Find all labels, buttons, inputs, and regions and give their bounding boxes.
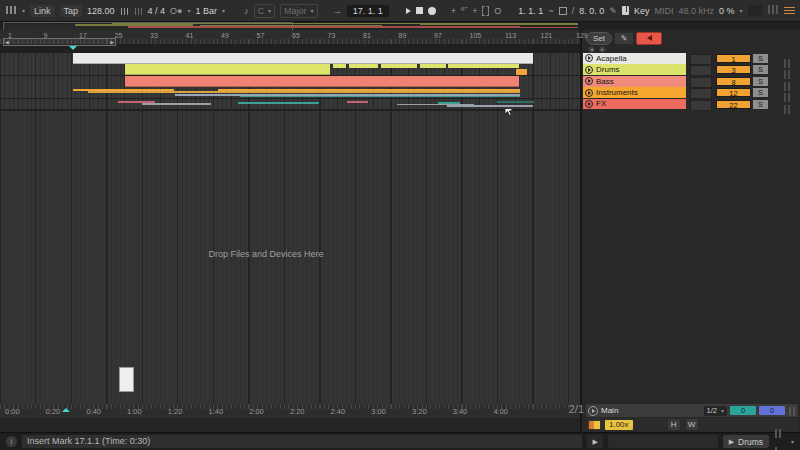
time-insert-marker-icon[interactable] xyxy=(62,408,70,412)
insert-marker-icon[interactable] xyxy=(69,46,77,50)
quantization-menu-caret-icon[interactable]: ▾ xyxy=(222,7,225,14)
track-freeze-box[interactable] xyxy=(690,88,712,99)
track-header-bass[interactable]: Bass xyxy=(583,76,686,87)
loop-start-field[interactable]: 1. 1. 1 xyxy=(518,6,543,16)
clip-instruments[interactable] xyxy=(73,89,174,91)
loop-switch-icon[interactable]: O xyxy=(494,6,501,16)
track-freeze-box[interactable] xyxy=(690,100,712,111)
set-locator-button[interactable]: Set xyxy=(586,32,612,45)
scroll-right-icon[interactable]: ▶ xyxy=(110,39,114,45)
play-button[interactable] xyxy=(406,8,411,14)
clip-acapella[interactable] xyxy=(73,53,533,64)
track-number-box[interactable]: 3 xyxy=(716,65,751,74)
quantization-menu[interactable]: 1 Bar xyxy=(196,6,218,16)
horizontal-scroll-strip[interactable] xyxy=(0,418,580,432)
main-track-row[interactable]: Main 1/2 ▾ 0 0 xyxy=(586,404,798,417)
track-header-acapella[interactable]: Acapella xyxy=(583,53,686,64)
punch-in-icon[interactable]: ~ xyxy=(548,6,553,16)
clip-drums[interactable] xyxy=(333,64,346,68)
track-fold-icon[interactable] xyxy=(585,100,593,108)
tempo-field[interactable]: 128.00 xyxy=(87,6,115,16)
clip-drums[interactable] xyxy=(381,64,417,68)
arrangement-position-field[interactable]: 17. 1. 1 xyxy=(347,5,389,17)
clip-drums[interactable] xyxy=(420,64,446,68)
loop-length-field[interactable]: 8. 0. 0 xyxy=(579,6,604,16)
clip-fx[interactable] xyxy=(238,102,319,104)
automation-arm-icon[interactable]: º˝ xyxy=(461,6,467,16)
loop-region-icon[interactable] xyxy=(559,7,567,15)
clip-drums[interactable] xyxy=(448,64,519,68)
track-freeze-box[interactable] xyxy=(690,65,712,76)
info-icon[interactable]: i xyxy=(6,436,17,447)
cpu-meter[interactable]: 0 % xyxy=(719,6,735,16)
quantization-caret-icon[interactable]: ▾ xyxy=(188,7,191,14)
clip-instruments[interactable] xyxy=(218,89,520,91)
follow-icon[interactable]: → xyxy=(333,6,342,16)
clip-fx[interactable] xyxy=(438,102,460,104)
track-number-box[interactable]: 22 xyxy=(716,100,751,109)
track-header-fx[interactable]: FX xyxy=(583,99,686,110)
overdub-icon[interactable]: + xyxy=(451,6,456,16)
track-freeze-box[interactable] xyxy=(690,54,712,65)
midi-keyboard-icon[interactable] xyxy=(622,6,629,15)
optimize-width-button[interactable]: W xyxy=(685,418,699,431)
main-play-icon[interactable] xyxy=(588,406,598,416)
key-map-button[interactable]: Key xyxy=(634,6,650,16)
record-button[interactable] xyxy=(428,7,436,15)
midi-map-button[interactable]: MIDI xyxy=(654,6,673,16)
optimize-height-button[interactable]: H xyxy=(667,418,681,431)
draw-mode-icon[interactable]: ✎ xyxy=(609,6,617,16)
track-fold-icon[interactable] xyxy=(585,89,593,97)
track-number-box[interactable]: 8 xyxy=(716,77,751,86)
scale-icon[interactable]: ♪ xyxy=(244,6,249,16)
solo-button[interactable]: S xyxy=(753,77,768,86)
clip-lane-fx[interactable] xyxy=(0,99,580,110)
clip-fx[interactable] xyxy=(142,103,211,105)
clip-fx[interactable] xyxy=(497,101,534,103)
main-volume-field[interactable]: 0 xyxy=(759,406,785,415)
solo-button[interactable]: S xyxy=(753,54,768,63)
view-selector-caret-icon[interactable]: ▾ xyxy=(22,7,25,14)
clip-drums[interactable] xyxy=(516,69,527,75)
solo-button[interactable]: S xyxy=(753,65,768,74)
nudge-up-icon[interactable] xyxy=(134,6,143,16)
capture-midi-icon[interactable] xyxy=(482,6,489,16)
track-freeze-box[interactable] xyxy=(690,77,712,88)
view-selector-icon[interactable] xyxy=(5,6,17,16)
playback-speed-field[interactable]: 1.00x xyxy=(605,420,633,430)
tempo-leader-icon[interactable] xyxy=(588,420,601,430)
track-number-box[interactable]: 12 xyxy=(716,88,751,97)
track-header-drums[interactable]: Drums xyxy=(583,64,686,75)
dragged-clip-ghost[interactable] xyxy=(119,367,134,392)
clip-drums[interactable] xyxy=(125,64,330,75)
zoom-scroll-handle[interactable]: ◀ ▶ xyxy=(3,38,116,46)
track-number-box[interactable]: 1 xyxy=(716,54,751,63)
re-enable-automation-icon[interactable]: + xyxy=(472,6,477,16)
preview-play-button[interactable]: ▶ xyxy=(587,435,603,448)
solo-button[interactable]: S xyxy=(753,88,768,97)
preferences-menu-icon[interactable] xyxy=(784,5,795,15)
nudge-down-icon[interactable] xyxy=(120,6,129,16)
clip-instruments[interactable] xyxy=(240,96,520,98)
clip-drums[interactable] xyxy=(349,64,378,68)
tap-tempo-button[interactable]: Tap xyxy=(60,5,83,17)
punch-out-icon[interactable]: / xyxy=(572,6,575,16)
meter-caret-icon[interactable]: ▾ xyxy=(791,438,794,445)
track-fold-icon[interactable] xyxy=(585,77,593,85)
draw-automation-button[interactable]: ✎ xyxy=(614,32,634,45)
cue-volume-field[interactable]: 0 xyxy=(730,406,756,415)
scale-name-select[interactable]: Major ▾ xyxy=(280,4,318,18)
track-header-instruments[interactable]: Instruments xyxy=(583,87,686,98)
solo-button[interactable]: S xyxy=(753,100,768,109)
key-root-select[interactable]: C ▾ xyxy=(254,4,276,18)
cpu-caret-icon[interactable]: ▾ xyxy=(740,7,743,14)
track-fold-icon[interactable] xyxy=(585,66,593,74)
link-button[interactable]: Link xyxy=(30,5,55,17)
track-fold-icon[interactable] xyxy=(585,54,593,62)
scroll-left-icon[interactable]: ◀ xyxy=(5,39,9,45)
clip-bass[interactable] xyxy=(125,76,519,87)
clip-fx[interactable] xyxy=(347,101,368,103)
record-quantization-icon[interactable]: O● xyxy=(170,6,182,16)
main-output-select[interactable]: 1/2 ▾ xyxy=(704,406,727,416)
stop-button[interactable] xyxy=(416,7,423,14)
